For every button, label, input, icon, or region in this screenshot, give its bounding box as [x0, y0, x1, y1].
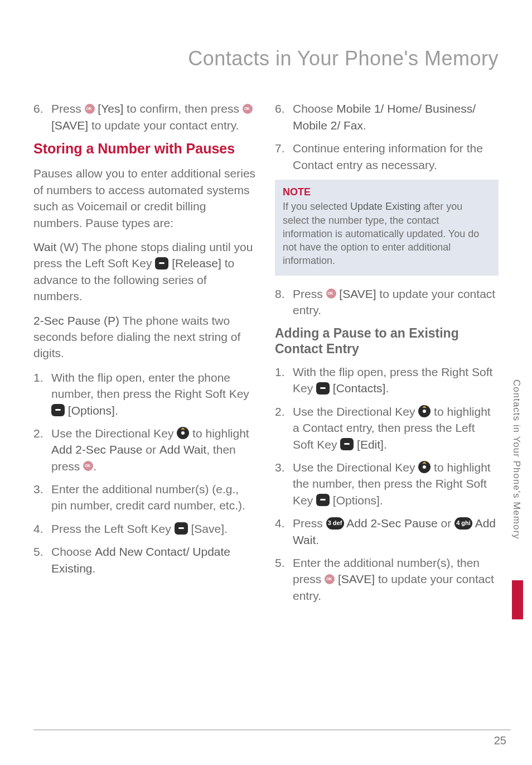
list-item: 5. Choose Add New Contact/ Update Existi…	[33, 543, 257, 576]
text: .	[93, 562, 96, 575]
text: Press	[51, 102, 85, 115]
paragraph-pause: 2-Sec Pause (P) The phone waits two seco…	[33, 312, 257, 362]
label-yes: [Yes]	[95, 102, 124, 115]
steps-after-note: 8. Press [SAVE] to update your contact e…	[275, 286, 499, 319]
label-save: [SAVE]	[51, 119, 88, 132]
list-item: 5. Enter the additional number(s), then …	[275, 555, 499, 604]
text: Use the Directional Key	[293, 405, 418, 418]
steps-continued: 6. Choose Mobile 1/ Home/ Business/ Mobi…	[275, 100, 499, 173]
page-number: 25	[494, 733, 506, 748]
label-release: [Release]	[168, 257, 221, 270]
step-number: 6.	[275, 100, 287, 133]
right-column: 6. Choose Mobile 1/ Home/ Business/ Mobi…	[275, 100, 499, 610]
list-item: 2. Use the Directional Key to highlight …	[275, 403, 499, 453]
continued-steps: 6. Press [Yes] to confirm, then press [S…	[33, 100, 257, 133]
note-box: NOTE If you selected Update Existing aft…	[275, 180, 499, 276]
softkey-icon	[316, 382, 330, 394]
text: .	[385, 382, 389, 394]
softkey-icon	[316, 494, 330, 506]
text: With the flip open, enter the phone numb…	[51, 371, 249, 400]
step-number: 2.	[275, 403, 287, 453]
text: Use the Directional Key	[51, 427, 177, 440]
step-number: 7.	[275, 140, 287, 173]
text: .	[363, 119, 366, 132]
list-item: 6. Press [Yes] to confirm, then press [S…	[33, 100, 257, 133]
softkey-icon	[175, 522, 188, 535]
text: [Save].	[188, 522, 228, 535]
list-item: 4. Press the Left Soft Key [Save].	[33, 521, 257, 537]
text: Continue entering information for the Co…	[293, 140, 499, 173]
note-title: NOTE	[283, 185, 491, 199]
list-item: 6. Choose Mobile 1/ Home/ Business/ Mobi…	[275, 100, 499, 133]
text: Enter the additional number(s) (e.g., pi…	[51, 481, 257, 514]
text: or	[438, 517, 454, 530]
steps-adding-pause: 1. With the flip open, press the Right S…	[275, 364, 499, 604]
text: .	[115, 404, 118, 417]
step-number: 2.	[33, 425, 46, 474]
ok-icon	[325, 574, 335, 584]
key-3-icon: 3 def	[326, 517, 344, 530]
label-edit: [Edit]	[354, 438, 384, 451]
left-column: 6. Press [Yes] to confirm, then press [S…	[33, 100, 257, 610]
dpad-icon	[418, 405, 431, 417]
text: [Options].	[330, 494, 383, 507]
softkey-icon	[340, 438, 354, 450]
step-number: 4.	[275, 515, 287, 548]
label-add-pause: Add 2-Sec Pause	[51, 443, 142, 456]
text: Choose	[51, 545, 95, 558]
footer-divider	[33, 729, 511, 730]
list-item: 1. With the flip open, enter the phone n…	[33, 369, 257, 418]
list-item: 8. Press [SAVE] to update your contact e…	[275, 286, 499, 319]
wait-label: Wait	[33, 240, 56, 253]
note-body: If you selected Update Existing after yo…	[283, 200, 491, 267]
ok-icon	[85, 104, 95, 114]
side-tab-label: Contacts in Your Phone's Memory	[510, 379, 523, 540]
list-item: 2. Use the Directional Key to highlight …	[33, 425, 257, 474]
text: .	[384, 438, 387, 451]
ok-icon	[326, 288, 336, 299]
ok-icon	[83, 461, 93, 471]
pause-label: 2-Sec Pause (P)	[33, 314, 119, 327]
softkey-icon	[51, 404, 65, 416]
steps-numbered: 1. With the flip open, enter the phone n…	[33, 369, 257, 576]
step-number: 3.	[33, 481, 46, 514]
text: Press	[293, 517, 326, 530]
list-item: 3. Enter the additional number(s) (e.g.,…	[33, 481, 257, 514]
list-item: 3. Use the Directional Key to highlight …	[275, 459, 499, 508]
text: .	[316, 533, 319, 546]
text: or	[142, 443, 159, 456]
text: Choose	[293, 102, 336, 115]
dpad-icon	[177, 427, 189, 439]
label-save: [SAVE]	[336, 287, 376, 300]
page-title: Contacts in Your Phone's Memory	[33, 45, 499, 73]
content-columns: 6. Press [Yes] to confirm, then press [S…	[33, 100, 499, 610]
list-item: 7. Continue entering information for the…	[275, 140, 499, 173]
heading-storing-number: Storing a Number with Pauses	[33, 140, 257, 157]
label-update-existing: Update Existing	[350, 201, 420, 212]
list-item: 1. With the flip open, press the Right S…	[275, 364, 499, 397]
label-add-wait: Add Wait	[159, 443, 206, 456]
step-number: 6.	[33, 100, 46, 133]
text: Use the Directional Key	[293, 461, 418, 474]
list-item: 4. Press 3 def Add 2-Sec Pause or 4 ghi …	[275, 515, 499, 548]
dpad-icon	[418, 461, 431, 473]
step-number: 5.	[275, 555, 287, 604]
step-number: 5.	[33, 543, 46, 576]
paragraph: Pauses allow you to enter additional ser…	[33, 165, 257, 231]
text: to highlight	[189, 427, 249, 440]
key-4-icon: 4 ghi	[454, 517, 472, 530]
heading-adding-pause: Adding a Pause to an Existing Contact En…	[275, 325, 499, 358]
softkey-icon	[155, 257, 168, 270]
text: to confirm, then press	[123, 102, 243, 115]
ok-icon	[243, 104, 253, 114]
step-number: 4.	[33, 521, 46, 537]
side-stripe	[512, 580, 523, 619]
label-contacts: [Contacts]	[330, 382, 385, 394]
label-add-2sec-pause: Add 2-Sec Pause	[344, 517, 438, 530]
text: If you selected	[283, 201, 350, 212]
text: Press the Left Soft Key	[51, 522, 175, 535]
text: .	[93, 460, 96, 473]
label-options: [Options]	[65, 404, 115, 417]
step-number: 1.	[275, 364, 287, 397]
step-number: 3.	[275, 459, 287, 508]
